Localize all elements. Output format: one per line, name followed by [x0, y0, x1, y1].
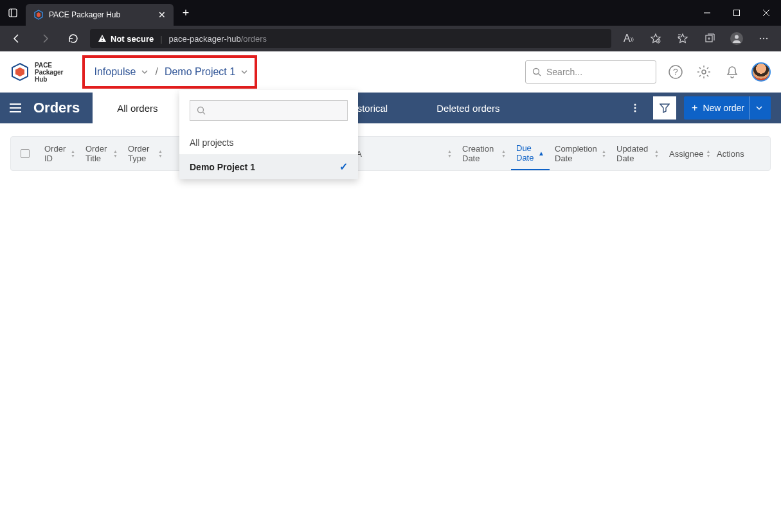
- logo-icon: [10, 62, 30, 82]
- col-updated-date[interactable]: Updated Date▲▼: [611, 144, 664, 163]
- window-maximize-button[interactable]: [722, 0, 751, 26]
- tab-all-orders[interactable]: All orders: [93, 93, 182, 123]
- svg-text:?: ?: [673, 67, 678, 77]
- sort-icon: ▲▼: [602, 149, 606, 158]
- sort-icon: ▲▼: [706, 149, 710, 158]
- svg-rect-0: [9, 9, 17, 17]
- app-header: PACEPackagerHub Infopulse / Demo Project…: [0, 51, 781, 93]
- warning-icon: [98, 34, 107, 43]
- more-actions-button[interactable]: [625, 98, 645, 118]
- profile-icon[interactable]: [724, 27, 749, 50]
- plus-icon: +: [692, 102, 697, 114]
- browser-titlebar: PACE Packager Hub ✕ +: [0, 0, 781, 26]
- url-text: pace-packager-hub/orders: [169, 34, 267, 44]
- security-indicator[interactable]: Not secure: [98, 34, 154, 44]
- more-icon[interactable]: [751, 27, 776, 50]
- browser-tab[interactable]: PACE Packager Hub ✕: [26, 4, 174, 26]
- col-creation-date[interactable]: Creation Date▲▼: [457, 144, 511, 163]
- svg-marker-3: [37, 12, 40, 17]
- col-order-type[interactable]: Order Type▲▼: [123, 144, 168, 163]
- svg-rect-10: [102, 40, 102, 41]
- page-title: Orders: [31, 100, 93, 116]
- svg-rect-9: [102, 37, 102, 39]
- tab-title: PACE Packager Hub: [49, 10, 153, 19]
- search-icon: [532, 67, 541, 76]
- new-order-dropdown[interactable]: [750, 96, 768, 120]
- sort-icon: ▲▼: [71, 149, 75, 158]
- user-avatar[interactable]: [751, 62, 771, 82]
- col-completion-date[interactable]: Completion Date▲▼: [550, 144, 611, 163]
- col-order-id[interactable]: Order ID▲▼: [39, 144, 80, 163]
- collections-icon[interactable]: [697, 27, 722, 50]
- new-tab-button[interactable]: +: [176, 6, 195, 20]
- chevron-down-icon: [141, 68, 148, 76]
- col-actions: Actions: [712, 149, 750, 159]
- svg-point-24: [760, 38, 761, 39]
- favorites-bar-icon[interactable]: [670, 27, 695, 50]
- breadcrumb-project[interactable]: Demo Project 1: [165, 66, 248, 78]
- sort-icon: ▲▼: [158, 149, 163, 158]
- svg-point-38: [634, 107, 636, 109]
- notifications-button[interactable]: [723, 63, 741, 81]
- select-all-checkbox[interactable]: [21, 149, 30, 158]
- dropdown-item-all-projects[interactable]: All projects: [179, 131, 358, 154]
- breadcrumb-separator: /: [155, 66, 157, 78]
- close-tab-icon[interactable]: ✕: [158, 10, 166, 20]
- security-label: Not secure: [111, 34, 154, 44]
- check-icon: ✓: [339, 161, 348, 173]
- window-close-button[interactable]: [751, 0, 781, 26]
- settings-button[interactable]: [695, 63, 713, 81]
- svg-point-33: [702, 70, 706, 74]
- sort-icon: ▲▼: [113, 149, 118, 158]
- svg-marker-28: [15, 67, 24, 76]
- dropdown-item-demo-project-1[interactable]: Demo Project 1 ✓: [179, 154, 358, 179]
- dropdown-search-input[interactable]: [190, 100, 348, 121]
- svg-point-26: [766, 38, 768, 39]
- sort-asc-icon: ▲: [538, 151, 544, 155]
- svg-point-23: [735, 35, 739, 39]
- sort-icon: ▲▼: [501, 149, 506, 158]
- chevron-down-icon: [240, 68, 248, 76]
- new-order-button[interactable]: + New order: [684, 96, 771, 120]
- favicon-icon: [33, 10, 44, 20]
- search-input[interactable]: Search...: [525, 60, 656, 84]
- col-order-title[interactable]: Order Title▲▼: [80, 144, 123, 163]
- project-dropdown: All projects Demo Project 1 ✓: [179, 90, 358, 179]
- breadcrumb-org[interactable]: Infopulse: [94, 66, 148, 78]
- search-icon: [197, 106, 206, 115]
- svg-point-39: [634, 111, 636, 112]
- address-bar[interactable]: Not secure | pace-packager-hub/orders: [90, 29, 611, 48]
- navbar: Orders All orders Historical Deleted ord…: [0, 93, 781, 123]
- refresh-button[interactable]: [62, 27, 85, 50]
- col-hidden-sort[interactable]: ▲▼: [367, 149, 457, 158]
- svg-point-25: [763, 38, 764, 39]
- table-header: Order ID▲▼ Order Title▲▼ Order Type▲▼ A …: [10, 136, 771, 171]
- col-assignee[interactable]: Assignee▲▼: [664, 149, 712, 159]
- filter-button[interactable]: [653, 96, 676, 120]
- orders-table: Order ID▲▼ Order Title▲▼ Order Type▲▼ A …: [0, 123, 781, 184]
- menu-button[interactable]: [0, 103, 31, 113]
- browser-toolbar: Not secure | pace-packager-hub/orders A)…: [0, 26, 781, 51]
- svg-point-37: [634, 104, 636, 106]
- read-aloud-icon[interactable]: A)): [616, 27, 641, 50]
- favorite-icon[interactable]: [643, 27, 668, 50]
- col-due-date[interactable]: Due Date▲: [511, 137, 550, 170]
- svg-rect-5: [734, 10, 740, 16]
- app-logo[interactable]: PACEPackagerHub: [10, 62, 63, 83]
- breadcrumb: Infopulse / Demo Project 1: [82, 55, 257, 89]
- sort-icon: ▲▼: [654, 149, 659, 158]
- back-button[interactable]: [5, 27, 28, 50]
- svg-line-41: [203, 112, 206, 115]
- svg-line-30: [539, 74, 541, 76]
- svg-point-29: [534, 69, 539, 75]
- sort-icon: ▲▼: [447, 149, 452, 158]
- help-button[interactable]: ?: [667, 63, 685, 81]
- tab-deleted-orders[interactable]: Deleted orders: [412, 93, 524, 123]
- svg-point-40: [198, 107, 204, 113]
- tabs-overview-button[interactable]: [0, 0, 26, 26]
- forward-button: [33, 27, 57, 50]
- window-minimize-button[interactable]: [692, 0, 722, 26]
